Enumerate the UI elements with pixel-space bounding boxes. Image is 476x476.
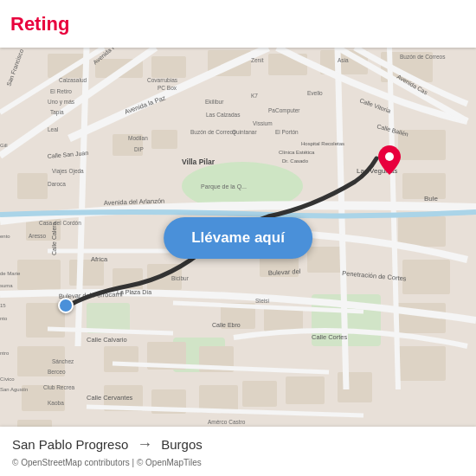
svg-text:15: 15 (0, 303, 6, 308)
svg-text:Calzasalud: Calzasalud (59, 77, 87, 83)
svg-text:Gill: Gill (0, 143, 8, 148)
svg-text:Calle Calvario: Calle Calvario (87, 336, 127, 344)
svg-text:Calle Cortes: Calle Cortes (312, 333, 348, 341)
svg-rect-21 (398, 216, 446, 247)
svg-text:Club Recrea: Club Recrea (43, 384, 75, 390)
svg-text:Calle Cervantes: Calle Cervantes (87, 394, 133, 402)
origin-marker (58, 298, 74, 313)
svg-text:Kaoba: Kaoba (48, 400, 64, 406)
svg-text:Aresso: Aresso (29, 233, 47, 239)
svg-rect-34 (104, 346, 138, 372)
svg-text:Villa Pilar: Villa Pilar (182, 158, 215, 166)
svg-text:Covarrubias: Covarrubias (147, 77, 178, 83)
svg-text:suma: suma (0, 283, 13, 288)
svg-text:Zenit: Zenit (251, 57, 264, 63)
svg-text:Buzón de Correos: Buzón de Correos (400, 54, 446, 60)
svg-text:Dr. Casado: Dr. Casado (282, 158, 309, 164)
svg-text:ento: ento (0, 234, 10, 239)
svg-text:Steisi: Steisi (255, 298, 269, 304)
svg-text:PaComputer: PaComputer (268, 107, 300, 114)
svg-text:Asia: Asia (338, 57, 349, 63)
svg-text:Clínica Estética: Clínica Estética (279, 150, 315, 155)
svg-rect-22 (402, 260, 450, 294)
svg-rect-27 (69, 260, 104, 286)
svg-text:Daroca: Daroca (48, 181, 66, 187)
svg-text:Casa del Cordón: Casa del Cordón (39, 220, 81, 226)
svg-rect-42 (338, 372, 372, 402)
svg-text:Vissium: Vissium (253, 120, 273, 126)
svg-rect-31 (307, 247, 342, 273)
svg-text:de Marie: de Marie (0, 271, 21, 276)
svg-point-122 (385, 152, 394, 161)
svg-rect-40 (242, 381, 277, 407)
map-container: Avenida la Paz Calle San Juan Avenida de… (0, 0, 476, 476)
svg-rect-12 (17, 173, 48, 199)
destination-pin (378, 145, 401, 175)
svg-text:Hospital Recoletas: Hospital Recoletas (301, 141, 344, 146)
route-from: San Pablo Progreso (12, 437, 128, 452)
svg-text:Leal: Leal (48, 126, 59, 132)
top-bar: Reting (0, 0, 476, 48)
svg-text:Uno y más: Uno y más (48, 99, 75, 106)
svg-text:La Plaza Día: La Plaza Día (117, 289, 151, 295)
arrow-icon: → (137, 435, 152, 453)
svg-text:nto: nto (0, 316, 8, 321)
svg-text:Cívico: Cívico (0, 376, 15, 382)
svg-rect-41 (286, 376, 325, 404)
svg-text:K7: K7 (251, 93, 258, 99)
svg-text:Berceo: Berceo (48, 369, 66, 375)
svg-rect-14 (17, 260, 61, 290)
svg-text:El Portón: El Portón (275, 129, 299, 135)
svg-rect-5 (48, 54, 87, 78)
svg-text:Evello: Evello (307, 90, 323, 96)
svg-rect-24 (398, 346, 446, 381)
svg-text:DIP: DIP (134, 146, 144, 152)
route-info: San Pablo Progreso → Burgos (12, 435, 464, 453)
svg-rect-26 (151, 130, 177, 149)
svg-rect-33 (264, 307, 303, 331)
svg-text:Quintanar: Quintanar (232, 129, 257, 136)
svg-text:San Agustín: San Agustín (0, 387, 28, 392)
svg-text:Ekilibur: Ekilibur (205, 99, 224, 105)
app-logo: Reting (10, 13, 69, 35)
copyright: © OpenStreetMap contributors | © OpenMap… (12, 458, 464, 467)
svg-text:Calle Calera: Calle Calera (51, 222, 57, 255)
svg-rect-7 (151, 56, 186, 78)
bottom-bar: San Pablo Progreso → Burgos © OpenStreet… (0, 427, 476, 476)
svg-text:Amérco Castro: Amérco Castro (208, 419, 246, 425)
svg-text:Bicibur: Bicibur (171, 275, 190, 281)
svg-text:Calle Ebro: Calle Ebro (212, 322, 241, 328)
svg-text:Parque de la Q...: Parque de la Q... (201, 183, 247, 190)
svg-text:ntro: ntro (0, 351, 10, 356)
svg-text:Africa: Africa (91, 255, 108, 263)
svg-text:PC Box: PC Box (158, 85, 177, 91)
svg-text:Buzón de Correos: Buzón de Correos (190, 129, 236, 135)
svg-text:Viajes Ojeda: Viajes Ojeda (52, 168, 84, 175)
svg-text:Las Calzadas: Las Calzadas (206, 112, 241, 118)
svg-text:Tapia: Tapia (50, 109, 64, 116)
route-to: Burgos (161, 437, 203, 452)
svg-text:Bule: Bule (424, 195, 439, 203)
svg-text:Sánchez: Sánchez (52, 358, 74, 364)
svg-text:Modilan: Modilan (128, 135, 148, 141)
navigate-button[interactable]: Llévame aquí (164, 217, 312, 259)
svg-text:El Retiro: El Retiro (50, 88, 72, 94)
